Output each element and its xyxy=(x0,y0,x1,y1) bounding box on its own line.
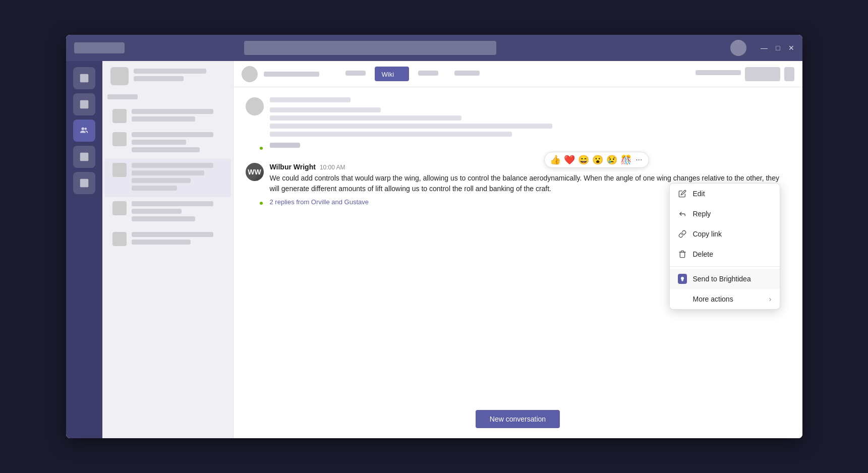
brightidea-icon xyxy=(678,274,687,283)
tab-notes-bar xyxy=(418,71,438,76)
channel-icon xyxy=(112,163,127,177)
ch-line1 xyxy=(132,201,214,206)
emoji-heart[interactable]: ❤️ xyxy=(564,154,575,165)
messages-area[interactable]: 👍 ❤️ 😄 😮 😢 🎊 ··· WW xyxy=(234,87,802,404)
ch-line2 xyxy=(132,240,191,245)
author-online-dot xyxy=(259,201,264,206)
name-bar xyxy=(270,97,351,102)
sidebar-item-calendar[interactable] xyxy=(73,146,95,168)
channel-item-active[interactable] xyxy=(104,159,231,197)
emoji-celebrate[interactable]: 🎊 xyxy=(620,154,631,165)
top-nav-right xyxy=(696,67,794,81)
tab-more[interactable] xyxy=(447,67,487,81)
menu-item-copylink[interactable]: Copy link xyxy=(670,224,780,244)
channel-item[interactable] xyxy=(104,197,231,228)
online-indicator xyxy=(259,146,264,151)
nav-right-bar xyxy=(696,70,741,75)
emoji-laugh[interactable]: 😄 xyxy=(578,154,589,165)
window-controls: — □ ✕ xyxy=(761,44,794,52)
meet-now-button[interactable] xyxy=(745,67,780,81)
text-bar4 xyxy=(270,132,512,137)
sidebar-item-calls[interactable] xyxy=(73,172,95,194)
emoji-thumbsup[interactable]: 👍 xyxy=(550,154,561,165)
ch-line1 xyxy=(132,232,214,237)
app-window: — □ ✕ xyxy=(66,35,802,438)
copylink-label: Copy link xyxy=(693,230,722,238)
edit-icon xyxy=(678,189,687,198)
channel-lines xyxy=(132,132,223,155)
menu-item-delete[interactable]: Delete xyxy=(670,244,780,264)
message-block-wilbur: 👍 ❤️ 😄 😮 😢 🎊 ··· WW xyxy=(246,163,790,206)
channel-item[interactable] xyxy=(104,105,231,128)
emoji-sad[interactable]: 😢 xyxy=(606,154,617,165)
dropdown-button[interactable] xyxy=(784,67,794,81)
channel-icon xyxy=(112,232,127,246)
svg-rect-7 xyxy=(681,280,683,281)
author-avatar: WW xyxy=(246,163,264,181)
sidebar-item-activity[interactable] xyxy=(73,67,95,89)
channel-name-bar xyxy=(134,69,207,74)
ch-line4 xyxy=(132,186,178,191)
brightidea-label: Send to Brightidea xyxy=(693,275,751,283)
ch-line1 xyxy=(132,132,214,137)
reply-bar xyxy=(270,143,300,148)
svg-point-3 xyxy=(84,128,87,130)
compose-area: New conversation xyxy=(234,404,802,438)
edit-label: Edit xyxy=(693,190,705,198)
channel-list xyxy=(102,61,234,438)
content-area: Wiki xyxy=(234,61,802,438)
menu-item-brightidea[interactable]: Send to Brightidea xyxy=(670,269,780,289)
sidebar-item-chat[interactable] xyxy=(73,93,95,115)
maximize-button[interactable]: □ xyxy=(776,44,780,52)
tab-more-bar xyxy=(454,71,480,76)
channel-item[interactable] xyxy=(104,128,231,159)
channel-lines xyxy=(132,163,223,193)
channel-lines xyxy=(132,109,223,124)
reaction-more-button[interactable]: ··· xyxy=(634,155,643,164)
title-bar: — □ ✕ xyxy=(66,35,802,61)
ch-line2 xyxy=(132,209,182,214)
delete-icon xyxy=(678,250,687,259)
channel-item[interactable] xyxy=(104,228,231,251)
ch-line1 xyxy=(132,109,214,114)
reaction-bar: 👍 ❤️ 😄 😮 😢 🎊 ··· xyxy=(544,152,649,168)
close-button[interactable]: ✕ xyxy=(788,44,794,52)
author-avatar-wrap: WW xyxy=(246,163,264,206)
svg-rect-4 xyxy=(80,153,88,161)
tab-wiki[interactable]: Wiki xyxy=(375,67,409,81)
section-label xyxy=(102,91,233,105)
link-icon xyxy=(678,229,687,239)
message-author: Wilbur Wright xyxy=(270,163,316,171)
delete-label: Delete xyxy=(693,250,713,258)
tab-posts-bar xyxy=(345,71,366,76)
svg-rect-0 xyxy=(80,74,88,83)
channel-sub-bar xyxy=(134,76,184,81)
svg-point-6 xyxy=(681,277,684,280)
channel-title-block xyxy=(134,69,225,84)
new-conversation-button[interactable]: New conversation xyxy=(476,410,560,428)
sidebar-item-teams[interactable] xyxy=(73,120,95,142)
channel-lines xyxy=(132,232,223,247)
more-actions-label: More actions xyxy=(693,295,733,303)
channel-team-avatar xyxy=(242,66,258,82)
emoji-wow[interactable]: 😮 xyxy=(592,154,603,165)
svg-rect-1 xyxy=(80,100,88,109)
more-actions-arrow: › xyxy=(769,295,772,303)
search-bar[interactable] xyxy=(244,41,496,55)
user-avatar[interactable] xyxy=(730,40,746,56)
context-menu: Edit Reply xyxy=(669,183,780,310)
top-nav: Wiki xyxy=(234,61,802,87)
reply-bar-wrap xyxy=(270,143,623,148)
menu-item-reply[interactable]: Reply xyxy=(670,204,780,224)
svg-rect-8 xyxy=(681,281,683,281)
channel-icon xyxy=(112,109,127,123)
menu-item-edit[interactable]: Edit xyxy=(670,184,780,204)
tab-notes[interactable] xyxy=(411,67,445,81)
placeholder-message xyxy=(246,97,790,151)
tab-posts[interactable] xyxy=(338,67,373,81)
team-avatar xyxy=(110,67,129,85)
reply-label: Reply xyxy=(693,210,711,218)
minimize-button[interactable]: — xyxy=(761,44,768,52)
menu-item-more-actions[interactable]: More actions › xyxy=(670,289,780,309)
main-layout: Wiki xyxy=(66,61,802,438)
